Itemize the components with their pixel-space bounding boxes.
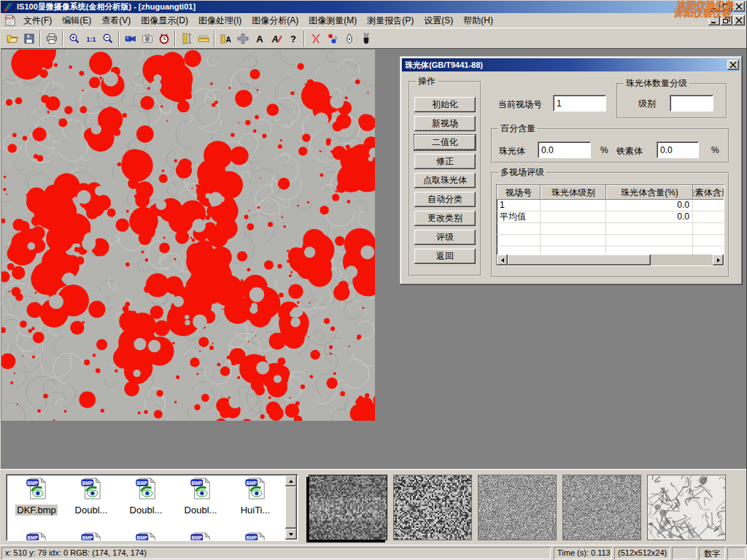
file-name[interactable]: Doubl... xyxy=(183,505,219,516)
print-icon[interactable] xyxy=(43,30,60,47)
svg-text:BMP: BMP xyxy=(82,535,93,540)
svg-text:BMP: BMP xyxy=(28,535,39,540)
grade-button[interactable]: 评级 xyxy=(414,230,476,245)
rating-table[interactable]: 视场号 珠光体级别 珠光体含量(%) 铁素体含量(%) 1 0.0 平均值 xyxy=(496,184,724,266)
file-item[interactable]: BMP DKF.bmp xyxy=(9,477,63,516)
grading-group: 珠光体数量分级 级别 xyxy=(616,83,727,119)
file-name[interactable]: Doubl... xyxy=(74,505,109,516)
change-class-button[interactable]: 更改类别 xyxy=(414,211,476,226)
zoom-out-icon[interactable] xyxy=(99,30,116,47)
video-capture-icon[interactable] xyxy=(122,30,139,47)
maximize-button[interactable] xyxy=(721,1,732,12)
file-vertical-scrollbar[interactable] xyxy=(285,475,297,540)
text-annotation-icon[interactable]: A xyxy=(251,30,268,47)
menu-image-display[interactable]: 图像显示(D) xyxy=(136,13,193,28)
menu-image-analysis[interactable]: 图像分析(A) xyxy=(247,13,303,28)
file-item-partial[interactable]: BMP xyxy=(119,532,173,541)
file-name[interactable]: Doubl... xyxy=(128,505,164,516)
grade-level-input[interactable] xyxy=(670,95,713,112)
mdi-restore-button[interactable] xyxy=(721,15,732,26)
percent-sign: % xyxy=(600,145,608,155)
scroll-up-icon[interactable] xyxy=(285,475,297,486)
vertical-caliper-icon[interactable] xyxy=(178,30,195,47)
scroll-down-icon[interactable] xyxy=(285,529,297,540)
actual-size-icon[interactable]: 1:1 xyxy=(82,30,99,47)
ferrite-percent-input[interactable]: 0.0 xyxy=(657,141,699,158)
menu-image-measure[interactable]: 图像测量(M) xyxy=(303,13,362,28)
bmp-file-icon: BMP xyxy=(26,532,47,541)
scroll-right-icon[interactable] xyxy=(713,254,724,265)
new-field-button[interactable]: 新视场 xyxy=(414,116,476,131)
dialog-title: 珠光体(GB/T9441-88) xyxy=(405,60,483,71)
menu-file[interactable]: 文件(F) xyxy=(18,13,57,28)
bmp-file-icon: BMP xyxy=(135,477,157,500)
scrollbar-thumb[interactable] xyxy=(508,254,651,265)
init-button[interactable]: 初始化 xyxy=(414,97,476,112)
mdi-minimize-button[interactable] xyxy=(708,15,720,26)
help-icon[interactable]: ? xyxy=(285,30,301,47)
auto-classify-button[interactable]: 自动分类 xyxy=(414,192,476,207)
sample-thumbnail-5[interactable] xyxy=(647,475,726,540)
text-edit-icon[interactable]: A xyxy=(268,30,285,47)
timer-icon[interactable] xyxy=(155,30,172,47)
pen-tool-icon[interactable] xyxy=(341,30,357,47)
pick-pearlite-button[interactable]: 点取珠光体 xyxy=(414,173,476,188)
sample-thumbnail-3[interactable] xyxy=(478,475,557,540)
current-view-input[interactable]: 1 xyxy=(553,95,606,112)
grade-level-label: 级别 xyxy=(638,98,656,110)
file-item[interactable]: BMP Doubl... xyxy=(64,477,118,516)
close-button[interactable] xyxy=(733,1,745,12)
save-icon[interactable] xyxy=(20,30,37,47)
file-item[interactable]: BMP Doubl... xyxy=(174,477,228,516)
svg-text:BMP: BMP xyxy=(82,481,93,486)
ruler-icon[interactable] xyxy=(195,30,212,47)
menu-view[interactable]: 查看(V) xyxy=(96,13,136,28)
grid-tool-icon[interactable] xyxy=(234,30,251,47)
grading-group-label: 珠光体数量分级 xyxy=(624,78,689,88)
camera-capture-icon[interactable] xyxy=(139,30,155,47)
menu-settings[interactable]: 设置(S) xyxy=(419,13,458,28)
return-button[interactable]: 返回 xyxy=(414,249,476,264)
binarize-button[interactable]: 二值化 xyxy=(414,135,476,150)
measure-text-icon[interactable]: A xyxy=(217,30,234,47)
svg-text:BMP: BMP xyxy=(192,481,203,486)
pearlite-percent-input[interactable]: 0.0 xyxy=(538,141,591,158)
file-item[interactable]: BMP Doubl... xyxy=(119,477,173,516)
file-item-partial[interactable]: BMP xyxy=(228,532,282,541)
scroll-left-icon[interactable] xyxy=(497,254,508,265)
menu-measure-report[interactable]: 测量报告(P) xyxy=(362,13,419,28)
file-browser[interactable]: BMP DKF.bmp BMP Doubl... BMP xyxy=(6,474,298,541)
minimize-button[interactable] xyxy=(708,1,720,12)
table-row[interactable]: 平均值 0.0 xyxy=(497,211,724,223)
zoom-in-icon[interactable] xyxy=(66,30,82,47)
file-item[interactable]: BMP HuiTi... xyxy=(228,477,282,516)
sample-thumbnail-4[interactable] xyxy=(562,475,641,540)
curve-tool-icon[interactable] xyxy=(307,30,324,47)
brush-tool-icon[interactable] xyxy=(357,30,374,47)
phase-classify-icon[interactable]: 3 xyxy=(324,30,341,47)
dialog-close-button[interactable] xyxy=(727,60,739,70)
mdi-close-button[interactable] xyxy=(733,15,745,26)
menu-help[interactable]: 帮助(H) xyxy=(458,13,498,28)
document-icon: DOC xyxy=(4,15,16,26)
open-file-icon[interactable] xyxy=(4,30,20,47)
table-horizontal-scrollbar[interactable] xyxy=(497,254,724,265)
file-item-partial[interactable]: BMP xyxy=(9,532,63,541)
micrograph-image[interactable] xyxy=(1,50,375,421)
bmp-file-icon: BMP xyxy=(135,532,157,541)
col-pearlite-content: 珠光体含量(%) xyxy=(606,185,693,200)
sample-thumbnail-2[interactable] xyxy=(393,475,472,540)
svg-text:A: A xyxy=(271,34,278,44)
menu-edit[interactable]: 编辑(E) xyxy=(57,13,96,28)
correct-button[interactable]: 修正 xyxy=(414,154,476,169)
file-item-partial[interactable]: BMP xyxy=(64,532,118,541)
multi-field-group-label: 多视场评级 xyxy=(498,167,546,177)
sample-thumbnail-1[interactable] xyxy=(309,475,387,540)
scrollbar-thumb[interactable] xyxy=(285,486,297,529)
file-item-partial[interactable]: BMP xyxy=(174,532,228,541)
file-name[interactable]: HuiTi... xyxy=(239,505,272,516)
operations-group: 操作 初始化 新视场 二值化 修正 点取珠光体 自动分类 更改类别 评级 返回 xyxy=(409,81,481,276)
table-row[interactable]: 1 0.0 xyxy=(497,200,724,211)
file-name[interactable]: DKF.bmp xyxy=(15,505,57,516)
menu-image-processing[interactable]: 图像处理(I) xyxy=(193,13,247,28)
